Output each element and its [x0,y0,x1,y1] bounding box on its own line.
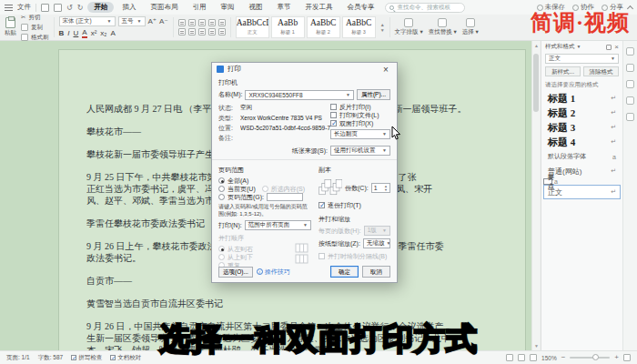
tips-link[interactable]: i操作技巧 [257,268,290,277]
grow-font-icon[interactable]: A⁺ [148,17,157,25]
cancel-button[interactable]: 取消 [362,266,390,278]
printer-name-select[interactable]: XRX9C934E550FF8 ▼ [245,90,353,100]
ribbon-tab[interactable]: 会员专享 [340,2,380,13]
ribbon-tool-button[interactable]: 查找替换 ▾ [429,18,457,36]
style-list-item[interactable]: 标题 1↵ [543,91,621,106]
style-gallery-item[interactable]: AaBbC标题 2 [307,16,340,38]
style-list-item[interactable]: 标题 2↵ [543,106,621,120]
font-color-icon[interactable]: A [82,28,86,38]
gallery-scroll[interactable]: ▲▼ [380,23,385,33]
align-icon[interactable] [188,28,196,35]
copy-button[interactable]: 复制 [21,24,49,32]
style-list-item[interactable]: 标题 4↵ [543,135,621,149]
ribbon-tab[interactable]: 章节 [270,2,297,13]
spinner-arrows-icon[interactable]: ▲▼ [384,185,388,192]
copies-count-stepper[interactable]: 1 ▲▼ [371,183,390,193]
collate-checkbox[interactable]: 逐份打印(T) [318,201,390,209]
list-icon[interactable] [208,19,216,26]
scroll-down-icon[interactable]: ▼ [532,343,541,349]
doc-proof-toggle[interactable]: 文档校对 [110,354,141,362]
close-panel-icon[interactable]: × [614,43,619,51]
print-dialog-titlebar[interactable]: 打印 × [212,63,397,76]
align-icon[interactable] [178,28,186,35]
style-list-item[interactable]: 普通(网站)↵ [543,164,621,178]
zoom-in-icon[interactable]: + [614,354,619,361]
style-gallery-item[interactable]: AaBbCcDd正文 [236,16,269,38]
undo-icon[interactable]: ↺ [66,4,73,12]
italic-icon[interactable]: I [67,29,69,37]
list-icon[interactable] [188,19,196,26]
ribbon-tab[interactable]: 引用 [186,2,212,13]
highlight-icon[interactable]: A [110,29,115,37]
scrollbar-thumb[interactable] [533,54,539,112]
list-icon[interactable] [198,19,206,26]
ribbon-tool-button[interactable]: 选择 ▾ [462,18,479,36]
new-style-button[interactable]: 新样式... [545,66,581,76]
font-name-select[interactable]: 宋体 (正文)▼ [59,16,116,26]
clear-format-button[interactable]: 清除格式 [583,66,619,76]
page-fit-icon[interactable] [530,354,537,361]
underline-icon[interactable]: U [74,29,79,37]
style-list-item[interactable]: 要点a [543,178,552,185]
zoom-slider[interactable] [570,357,610,359]
close-icon[interactable]: × [379,64,392,76]
ribbon-tab[interactable]: 开发工具 [298,2,339,13]
range-pages-radio[interactable]: 页码范围(G): [218,193,311,201]
paper-source-select[interactable]: 使用打印机设置 ▼ [330,146,390,156]
duplex-print-checkbox[interactable]: 双面打印(X) [330,119,390,127]
word-count[interactable]: 字数: 587 [38,354,63,362]
printer-properties-button[interactable]: 属性(P)... [357,89,390,100]
ribbon-tool-button[interactable]: 文字排版 ▾ [395,18,423,36]
navigation-pane-icon[interactable] [626,80,634,88]
fullscreen-icon[interactable] [623,354,631,361]
align-icon[interactable] [208,28,216,35]
main-menu-icon[interactable] [5,5,13,11]
style-gallery-item[interactable]: AaBb标题 1 [271,16,305,38]
zoom-slider-knob[interactable] [592,354,599,360]
print-icon[interactable] [54,4,62,12]
zoom-out-icon[interactable]: − [561,354,566,361]
style-list-item[interactable]: 默认段落字体a [543,149,621,164]
align-icon[interactable] [218,28,226,35]
scale-to-paper-select[interactable]: 无缩放▼ [363,238,390,248]
comment-pane-icon[interactable] [626,113,634,121]
edit-mode-icon[interactable] [518,354,525,361]
align-icon[interactable] [198,28,206,35]
print-what-select[interactable]: 范围中所有页面 ▼ [245,220,311,230]
ribbon-tab[interactable]: 页面布局 [144,2,184,13]
zoom-level[interactable]: 150% [541,355,557,361]
scroll-up-icon[interactable]: ▲ [532,43,541,48]
select-tool-icon[interactable] [626,64,634,72]
style-list-item[interactable]: 正文↵ [543,185,621,199]
options-button[interactable]: 选项(O)... [218,267,253,278]
ribbon-tab[interactable]: 审阅 [214,2,240,13]
history-icon[interactable] [626,96,634,105]
shrink-font-icon[interactable]: A⁻ [159,17,168,25]
save-icon[interactable] [41,4,49,12]
style-list-item[interactable]: 标题 3↵ [543,120,621,135]
font-size-select[interactable]: 五号▼ [118,16,146,26]
superscript-icon[interactable]: x² [91,29,97,37]
list-icon[interactable] [218,19,226,26]
range-current-radio[interactable] [218,186,225,192]
format-painter-button[interactable]: 格式刷 [21,34,49,42]
file-menu-button[interactable]: 文件 [17,3,31,12]
page-range-input[interactable] [267,193,303,201]
format-brush-icon[interactable] [626,47,634,56]
ribbon-tab[interactable]: 视图 [242,2,268,13]
pin-panel-icon[interactable] [606,45,612,50]
current-style-select[interactable]: 正文 ▼ [545,54,619,64]
chevron-down-icon[interactable]: ▼ [577,45,581,49]
spell-check-toggle[interactable]: 拼写检查 [71,354,102,362]
redo-icon[interactable]: ↻ [77,4,84,12]
duplex-mode-select[interactable]: 长边翻页 ▼ [330,129,390,139]
eye-protect-mode-icon[interactable] [506,354,513,361]
ribbon-tab[interactable]: 插入 [116,2,142,13]
document-scrollbar[interactable]: ▲ ▼ [531,41,540,350]
list-icon[interactable] [178,19,186,26]
ribbon-tab[interactable]: 开始 [87,2,114,13]
command-search-input[interactable]: 查找命令、搜索模板 [385,3,465,13]
subscript-icon[interactable]: x₂ [100,29,106,37]
style-gallery-item[interactable]: AaBbC标题 3 [342,16,376,38]
bold-icon[interactable]: B [59,29,65,37]
